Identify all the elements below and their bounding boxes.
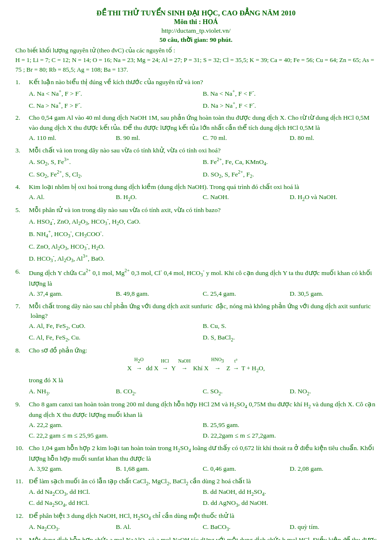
question-2: 2. Cho 0,54 gam Al vào 40 ml dung dịch N… — [15, 113, 377, 143]
answer-5b: B. NH4+, HCO3-, CH3COO-. — [29, 228, 377, 240]
page-container: ĐỀ THI THỬ TUYỂN SINH ĐẠI HỌC, CAO ĐẲNG … — [15, 9, 377, 540]
answer-6d: D. 30,5 gam. — [290, 289, 377, 299]
answer-1b: B. Na < Na+, F < F-. — [203, 88, 377, 99]
answer-3d: D. SO2, S, Fe2+, F2. — [203, 168, 377, 180]
answer-12b: B. Al. — [116, 522, 203, 533]
answer-6b: B. 49,8 gam. — [116, 289, 203, 299]
answer-8b: B. CO2. — [116, 387, 203, 397]
url-line: http://ductam_tp.violet.vn/ — [15, 27, 377, 35]
question-5: 5. Mỗi phân tử và ion trong dãy nào sau … — [15, 205, 377, 264]
answer-11a: A. dd Na2CO3, dd HCl. — [29, 487, 203, 498]
answer-12c: C. BaCO3. — [203, 522, 290, 533]
question-3: 3. Mỗi chất và ion trong dãy nào sau vừa… — [15, 146, 377, 180]
answer-1c: C. Na > Na+, F > F-. — [29, 100, 203, 111]
answer-9c: C. 22,2 gam ≤ m ≤ 25,95 gam. — [29, 431, 203, 441]
subtitle: Môn thi : HOÁ — [15, 18, 377, 26]
answer-11d: D. dd AgNO3, dd NaOH. — [203, 498, 377, 509]
answer-10a: A. 3,92 gam. — [29, 464, 116, 474]
answer-10c: C. 0,46 gam. — [203, 464, 290, 474]
answer-8c: C. SO2. — [203, 387, 290, 397]
answer-11b: B. dd NaOH, dd H2SO4. — [203, 487, 377, 498]
question-8: 8. Cho sơ đồ phản ứng: X H2O → dd X HCl … — [15, 346, 377, 397]
answer-5a: A. HSO4-, ZnO, Al2O3, HCO3-, H2O, CaO. — [29, 215, 377, 227]
answer-12d: D. quỳ tím. — [290, 522, 377, 533]
question-9: 9. Cho 8 gam canxi tan hoàn toàn trong 2… — [15, 400, 377, 441]
answer-3b: B. Fe2+, Fe, Ca, KMnO4. — [203, 156, 377, 168]
answer-7d: D. S, BaCl2. — [203, 333, 377, 343]
answer-7b: B. Cu, S. — [203, 321, 377, 332]
question-10: 10. Cho 1,04 gam hỗn hợp 2 kim loại tan … — [15, 443, 377, 474]
answer-5d: D. HCO3-, Al2O3, Al3+, BaO. — [29, 252, 377, 264]
answer-10d: D. 2,08 gam. — [290, 464, 377, 474]
answer-2c: C. 70 ml. — [203, 133, 290, 143]
answer-2b: B. 90 ml. — [116, 133, 203, 143]
answer-1d: D. Na > Na+, F < F-. — [203, 100, 377, 111]
question-4: 4. Kim loại nhôm bị oxi hoá trong dung d… — [15, 182, 377, 203]
answer-12a: A. Na2CO3. — [29, 522, 116, 533]
page-title: ĐỀ THI THỬ TUYỂN SINH ĐẠI HỌC, CAO ĐẲNG … — [15, 9, 377, 17]
answer-6a: A. 37,4 gam. — [29, 289, 116, 299]
q8-subtext: trong đó X là — [29, 376, 377, 386]
answer-4c: C. NaOH. — [203, 192, 290, 203]
answer-4b: B. H2O. — [116, 192, 203, 203]
answer-2a: A. 110 ml. — [29, 133, 116, 143]
exam-info: 50 câu, thời gian: 90 phút. — [15, 36, 377, 44]
answer-4d: D. H2O và NaOH. — [290, 192, 377, 203]
answer-9a: A. 22,2 gam. — [29, 420, 203, 430]
question-11: 11. Để làm sạch muối ăn có lẫn tạp chất … — [15, 477, 377, 509]
answer-11c: C. dd Na2SO4, dd HCl. — [29, 498, 203, 509]
answer-7a: A. Al, Fe, FeS2, CuO. — [29, 321, 203, 332]
answer-3c: C. SO2, Fe2+, S, Cl2. — [29, 168, 203, 180]
question-6: 6. Dung dịch Y chứa Ca2+ 0,1 mol, Mg2+ 0… — [15, 267, 377, 299]
answer-8d: D. NO2. — [290, 387, 377, 397]
answer-2d: D. 80 ml. — [290, 133, 377, 143]
answer-7c: C. Al, Fe, FeS2, Cu. — [29, 333, 203, 343]
answer-10b: B. 1,68 gam. — [116, 464, 203, 474]
reaction-diagram: X H2O → dd X HCl → Y NaOH → Khí X HNO3 →… — [15, 357, 377, 374]
answer-4a: A. Al. — [29, 192, 116, 203]
answer-3a: A. SO2, S, Fe3+. — [29, 156, 203, 168]
question-7: 7. Mỗi chất trong dãy nào sau chỉ phản ứ… — [15, 301, 377, 343]
question-13: 13. Một dung dịch hỗn hợp chứa a mol NaA… — [15, 535, 377, 540]
answer-9b: B. 25,95 gam. — [203, 420, 377, 430]
question-1: 1. Kết luận nào biểu thị đúng về kích th… — [15, 77, 377, 111]
question-12: 12. Để phân biệt 3 dung dịch NaOH, HCl, … — [15, 511, 377, 532]
answer-5c: C. ZnO, Al2O3, HCO3-, H2O. — [29, 240, 377, 252]
answer-1a: A. Na < Na+, F > F-. — [29, 88, 203, 99]
answer-9d: D. 22,2gam ≤ m ≤ 27,2gam. — [203, 431, 377, 441]
answer-8a: A. NH3. — [29, 387, 116, 397]
answer-6c: C. 25,4 gam. — [203, 289, 290, 299]
atomic-weights: Cho biết khối lượng nguyên tử (theo đvC)… — [15, 46, 377, 75]
